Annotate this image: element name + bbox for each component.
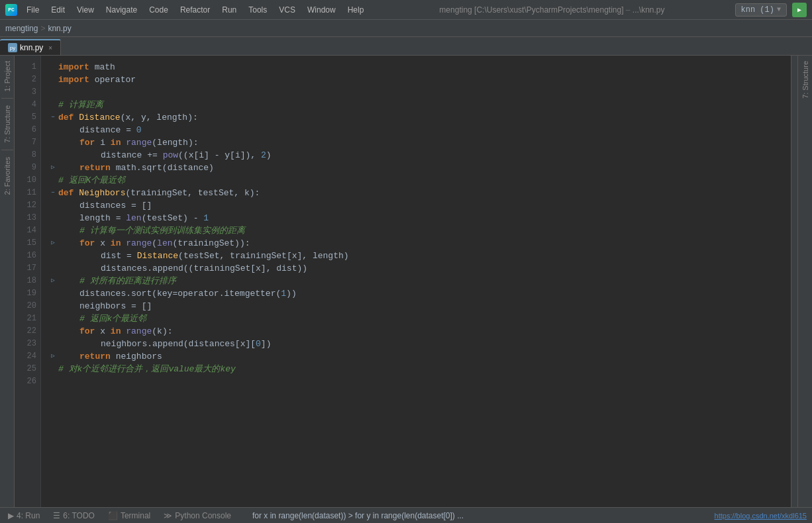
fold-23 xyxy=(49,340,57,348)
code-line-4: # 计算距离 xyxy=(49,99,783,111)
vertical-scrollbar[interactable] xyxy=(791,56,797,507)
line-numbers: 12345 678910 1112131415 1617181920 21222… xyxy=(15,56,41,507)
terminal-icon: ⬛ xyxy=(108,511,118,520)
menu-navigate[interactable]: Navigate xyxy=(101,4,142,16)
tab-label: knn.py xyxy=(20,43,43,52)
fold-26 xyxy=(49,378,57,386)
fold-25 xyxy=(49,365,57,373)
code-line-24: ▷ return neighbors xyxy=(49,350,783,363)
bottom-tab-terminal[interactable]: ⬛ Terminal xyxy=(105,511,153,520)
fold-14 xyxy=(49,227,57,235)
menu-window[interactable]: Window xyxy=(302,4,341,16)
code-line-7: for i in range(length): xyxy=(49,136,783,149)
sidebar-item-favorites[interactable]: 2: Favorites xyxy=(3,154,11,197)
bottom-tab-run-label: 4: Run xyxy=(17,511,40,520)
fold-19 xyxy=(49,290,57,298)
right-panel: 7: Structure xyxy=(797,56,812,507)
python-console-icon: ≫ xyxy=(164,511,172,520)
window-title: mengting [C:\Users\xust\PycharmProjects\… xyxy=(369,5,735,15)
fold-8 xyxy=(49,152,57,160)
fold-18[interactable]: ▷ xyxy=(49,277,57,285)
breadcrumb-bar: mengting > knn.py xyxy=(0,20,812,37)
run-config[interactable]: knn (1) ▼ xyxy=(735,3,787,17)
code-line-12: distances = [] xyxy=(49,199,783,212)
bottom-tab-todo-label: 6: TODO xyxy=(63,511,95,520)
menu-vcs[interactable]: VCS xyxy=(274,4,301,16)
tab-close[interactable]: × xyxy=(48,44,52,52)
fold-6 xyxy=(49,126,57,134)
fold-17 xyxy=(49,265,57,273)
fold-12 xyxy=(49,202,57,210)
code-line-8: distance += pow((x[i] - y[i]), 2) xyxy=(49,149,783,162)
pycharm-icon: PC xyxy=(5,4,17,16)
bottom-tab-python-console[interactable]: ≫ Python Console xyxy=(161,511,234,520)
code-line-23: neighbors.append(distances[x][0]) xyxy=(49,338,783,350)
code-line-25: # 对k个近邻进行合并，返回value最大的key xyxy=(49,363,783,375)
fold-21 xyxy=(49,315,57,323)
fold-11[interactable]: − xyxy=(49,189,57,197)
code-line-3 xyxy=(49,86,783,99)
breadcrumb-project[interactable]: mengting xyxy=(5,24,38,33)
menu-run[interactable]: Run xyxy=(217,4,242,16)
title-bar-left: PC File Edit View Navigate Code Refactor… xyxy=(5,4,369,16)
fold-13 xyxy=(49,214,57,222)
menu-code[interactable]: Code xyxy=(144,4,174,16)
code-line-22: for x in range(k): xyxy=(49,325,783,338)
code-line-13: length = len(testSet) - 1 xyxy=(49,212,783,224)
title-right: knn (1) ▼ xyxy=(735,3,807,17)
menu-edit[interactable]: Edit xyxy=(46,4,70,16)
fold-10 xyxy=(49,177,57,185)
breadcrumb-sep: > xyxy=(40,24,45,33)
tab-knn[interactable]: py knn.py × xyxy=(0,39,61,55)
editor-container: 12345 678910 1112131415 1617181920 21222… xyxy=(15,56,791,507)
fold-5[interactable]: − xyxy=(49,114,57,122)
code-line-10: # 返回K个最近邻 xyxy=(49,174,783,187)
fold-15[interactable]: ▷ xyxy=(49,240,57,248)
breadcrumb: mengting > knn.py xyxy=(5,24,72,33)
menu-help[interactable]: Help xyxy=(342,4,370,16)
code-line-14: # 计算每一个测试实例到训练集实例的距离 xyxy=(49,224,783,237)
bottom-tab-todo[interactable]: ☰ 6: TODO xyxy=(50,511,97,520)
menu-view[interactable]: View xyxy=(72,4,99,16)
status-link[interactable]: https://blog.csdn.net/xkdl615 xyxy=(715,512,807,520)
left-sidebar: 1: Project 7: Structure 2: Favorites xyxy=(0,56,15,507)
fold-22 xyxy=(49,328,57,336)
menu-tools[interactable]: Tools xyxy=(243,4,272,16)
menu-bar: File Edit View Navigate Code Refactor Ru… xyxy=(21,4,369,16)
bottom-tab-console-label: Python Console xyxy=(175,511,231,520)
code-line-11: − def Neighbors(trainingSet, testSet, k)… xyxy=(49,187,783,199)
main-area: 1: Project 7: Structure 2: Favorites 123… xyxy=(0,56,812,507)
code-line-19: distances.sort(key=operator.itemgetter(1… xyxy=(49,287,783,300)
code-line-5: − def Distance(x, y, length): xyxy=(49,111,783,124)
bottom-bar: ▶ 4: Run ☰ 6: TODO ⬛ Terminal ≫ Python C… xyxy=(0,507,812,523)
code-line-1: import math xyxy=(49,61,783,73)
fold-4 xyxy=(49,101,57,109)
fold-16 xyxy=(49,252,57,260)
menu-file[interactable]: File xyxy=(21,4,44,16)
python-file-icon: py xyxy=(8,43,17,52)
structure-label[interactable]: 7: Structure xyxy=(801,58,809,101)
fold-20 xyxy=(49,303,57,310)
code-line-18: ▷ # 对所有的距离进行排序 xyxy=(49,275,783,287)
breadcrumb-status-text: for x in range(len(dataset)) > for y in … xyxy=(252,511,707,520)
title-bar: PC File Edit View Navigate Code Refactor… xyxy=(0,0,812,20)
sidebar-item-project[interactable]: 1: Project xyxy=(3,58,11,94)
breadcrumb-file[interactable]: knn.py xyxy=(48,24,71,33)
code-editor[interactable]: import math import operator # 计算距离 − def… xyxy=(41,56,791,507)
code-line-20: neighbors = [] xyxy=(49,300,783,312)
code-line-26 xyxy=(49,375,783,388)
code-line-17: distances.append((trainingSet[x], dist)) xyxy=(49,262,783,275)
run-button[interactable] xyxy=(792,3,807,17)
bottom-tab-run[interactable]: ▶ 4: Run xyxy=(5,511,42,520)
fold-9[interactable]: ▷ xyxy=(49,164,57,172)
fold-1[interactable] xyxy=(49,64,57,71)
sidebar-item-structure[interactable]: 7: Structure xyxy=(3,103,11,146)
bottom-tab-terminal-label: Terminal xyxy=(121,511,150,520)
fold-2[interactable] xyxy=(49,76,57,84)
run-icon: ▶ xyxy=(8,511,14,520)
tab-bar: py knn.py × xyxy=(0,37,812,56)
code-line-2: import operator xyxy=(49,73,783,86)
breadcrumb-status-area: for x in range(len(dataset)) > for y in … xyxy=(242,511,707,520)
fold-24[interactable]: ▷ xyxy=(49,353,57,361)
menu-refactor[interactable]: Refactor xyxy=(175,4,215,16)
